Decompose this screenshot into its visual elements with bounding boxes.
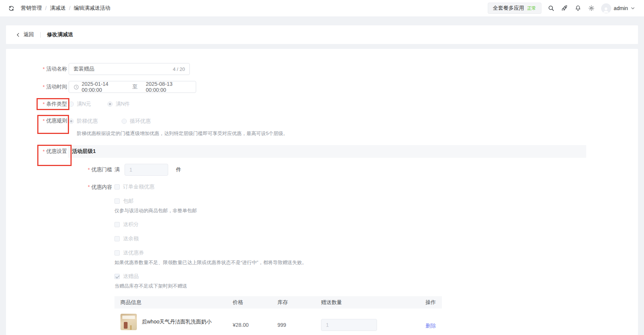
row-discount-content: * 优惠内容 订单金额优惠: [68, 183, 586, 331]
delete-link[interactable]: 删除: [425, 312, 436, 329]
breadcrumb-item-edit-activity: 编辑满减送活动: [74, 5, 110, 12]
required-mark: *: [88, 184, 90, 331]
required-mark: *: [43, 101, 45, 107]
breadcrumb-item-full-reduction[interactable]: 满减送: [50, 5, 66, 12]
radio-tiered-discount: 阶梯优惠: [69, 118, 98, 125]
tier-section: 活动层级1 * 优惠门槛 满 件: [68, 145, 586, 335]
checkbox-icon: [114, 236, 120, 241]
activity-name-input[interactable]: [73, 66, 167, 72]
page-header: 返回 修改满减送: [6, 25, 638, 44]
row-condition-type: * 条件类型 满N元 满N件: [6, 100, 638, 108]
avatar[interactable]: [601, 3, 611, 13]
required-mark: *: [88, 167, 90, 173]
field-label-activity-name: * 活动名称: [6, 63, 67, 75]
header-divider: [40, 32, 41, 38]
app-status-badge: 正常: [527, 5, 536, 12]
threshold-input: [129, 167, 163, 173]
field-label-activity-time: * 活动时间: [6, 81, 67, 93]
required-mark: *: [43, 118, 45, 124]
form-card: * 活动名称 4 / 20 * 活动时间 2025-01-14 00:00:00…: [6, 49, 638, 335]
rule-help-text: 阶梯优惠根据设定的门槛逐级增加优惠，达到特定层级门槛即可享受对应优惠，最高可设5…: [77, 130, 288, 137]
threshold-input-wrap: [125, 164, 168, 176]
checkbox-give-points: 送积分: [114, 221, 442, 228]
checkbox-give-gift: 送赠品: [114, 273, 442, 280]
gift-qty-input-wrap: [321, 319, 377, 331]
back-chevron-icon: [16, 32, 21, 37]
char-counter: 4 / 20: [173, 66, 185, 72]
date-range-picker[interactable]: 2025-01-14 00:00:00 至 2025-08-13 00:00:0…: [69, 81, 196, 93]
required-mark: *: [43, 66, 45, 72]
free-shipping-help: 仅参与该活动的商品包邮，非整单包邮: [114, 207, 442, 214]
gifts-table-header: 商品信息 价格 库存 赠送数量 操作: [114, 296, 442, 310]
row-activity-name: * 活动名称 4 / 20: [6, 63, 638, 75]
radio-full-n-yuan: 满N元: [69, 101, 91, 107]
discount-content-options: 订单金额优惠 包邮 仅参与该活动的商品包邮，非整单包邮: [114, 183, 442, 331]
refresh-icon[interactable]: [7, 4, 15, 12]
radio-icon: [107, 101, 113, 107]
end-date: 2025-08-13 00:00:00: [143, 81, 191, 93]
checkbox-free-shipping: 包邮: [114, 197, 442, 205]
checkbox-icon: [114, 274, 120, 279]
field-label-discount-rule: * 优惠规则: [6, 118, 67, 125]
breadcrumb-separator: /: [69, 5, 70, 11]
checkbox-icon: [114, 198, 120, 204]
give-coupon-help: 如果优惠券数量不足、限领数量已达上限或优惠券状态不是“进行中”，都将导致赠送失败…: [114, 259, 442, 266]
gear-icon[interactable]: [588, 4, 595, 12]
date-separator: 至: [132, 84, 138, 90]
field-label-discount-content: * 优惠内容: [68, 183, 112, 331]
row-discount-rule: * 优惠规则 阶梯优惠 循环优惠 阶梯优惠根据设定的门槛逐级增加优惠，达到特定层…: [6, 118, 638, 137]
topbar-right: 全套餐多应用 正常: [488, 3, 635, 14]
required-mark: *: [43, 84, 45, 90]
option-free-shipping: 包邮 仅参与该活动的商品包邮，非整单包邮: [114, 197, 442, 214]
product-name: 后whoo天气丹洁面乳洗面奶小: [142, 319, 211, 325]
chevron-down-icon: [631, 6, 635, 10]
user-menu[interactable]: admin: [601, 3, 635, 13]
row-discount-settings: * 优惠设置 活动层级1 * 优惠门槛 满: [6, 145, 638, 335]
topbar-left: 营销管理 / 满减送 / 编辑满减送活动: [7, 4, 110, 12]
checkbox-icon: [114, 184, 120, 190]
activity-name-input-wrap: 4 / 20: [69, 63, 190, 75]
topbar: 营销管理 / 满减送 / 编辑满减送活动 全套餐多应用 正常: [0, 0, 644, 16]
col-product-info: 商品信息: [114, 296, 229, 310]
col-price: 价格: [229, 296, 274, 310]
option-order-amount: 订单金额优惠: [114, 183, 442, 191]
field-label-threshold: * 优惠门槛: [68, 164, 112, 176]
col-stock: 库存: [274, 296, 317, 310]
threshold-suffix: 件: [176, 166, 181, 173]
page-title: 修改满减送: [47, 31, 73, 38]
breadcrumb-item-marketing[interactable]: 营销管理: [21, 5, 42, 12]
bell-icon[interactable]: [574, 4, 582, 12]
radio-full-n-pieces: 满N件: [107, 101, 130, 107]
radio-icon: [122, 119, 127, 124]
option-give-points: 送积分: [114, 221, 442, 228]
rocket-icon[interactable]: [561, 4, 568, 12]
back-button[interactable]: 返回: [16, 31, 34, 38]
checkbox-order-amount: 订单金额优惠: [114, 183, 442, 191]
product-thumbnail: [120, 314, 137, 330]
row-threshold: * 优惠门槛 满 件: [68, 164, 586, 176]
field-label-condition-type: * 条件类型: [6, 100, 67, 108]
col-gift-qty: 赠送数量: [317, 296, 422, 310]
checkbox-icon: [114, 250, 120, 256]
start-date: 2025-01-14 00:00:00: [82, 81, 127, 93]
radio-icon: [69, 101, 74, 107]
app-switcher-button[interactable]: 全套餐多应用 正常: [488, 3, 541, 14]
breadcrumb-separator: /: [45, 5, 47, 11]
option-give-balance: 送余额: [114, 235, 442, 242]
option-give-coupon: 送优惠券 如果优惠券数量不足、限领数量已达上限或优惠券状态不是“进行中”，都将导…: [114, 249, 442, 266]
field-label-discount-settings: * 优惠设置: [6, 145, 67, 158]
tier-header: 活动层级1: [68, 145, 586, 158]
give-gift-help: 当赠品库存不足或下架时则不赠送: [114, 283, 442, 289]
threshold-prefix: 满: [114, 166, 120, 173]
clock-icon: [73, 84, 79, 90]
username: admin: [614, 5, 628, 11]
col-actions: 操作: [422, 296, 442, 310]
required-mark: *: [43, 148, 45, 154]
search-icon[interactable]: [547, 4, 555, 12]
radio-icon: [69, 119, 74, 124]
row-activity-time: * 活动时间 2025-01-14 00:00:00 至 2025-08-13 …: [6, 81, 638, 93]
radio-cyclic-discount: 循环优惠: [122, 118, 151, 125]
checkbox-icon: [114, 222, 120, 227]
option-give-gift: 送赠品 当赠品库存不足或下架时则不赠送: [114, 273, 442, 289]
breadcrumb: 营销管理 / 满减送 / 编辑满减送活动: [21, 5, 110, 12]
